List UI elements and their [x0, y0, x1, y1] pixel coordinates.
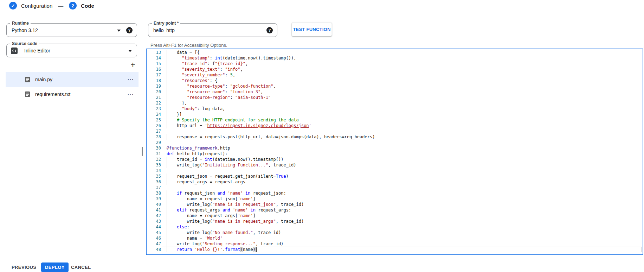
text-cursor	[256, 247, 257, 252]
code-line[interactable]: 16 "severity_text": "info",	[147, 67, 643, 72]
line-number: 30	[147, 145, 161, 151]
file-icon	[25, 91, 30, 97]
code-line[interactable]: 28 response = requests.post(http_url, da…	[147, 134, 643, 140]
code-line[interactable]: 35 request_json = request.get_json(silen…	[147, 173, 643, 179]
line-number: 28	[147, 134, 161, 140]
line-number: 35	[147, 173, 161, 179]
step-separator: —	[58, 3, 63, 9]
line-number: 46	[147, 235, 161, 241]
test-function-button[interactable]: TEST FUNCTION	[292, 23, 332, 36]
code-icon	[11, 48, 18, 54]
code-line[interactable]: 43 write_log("name is in request_args", …	[147, 219, 643, 224]
code-line[interactable]: 23 "body": log_data,	[147, 106, 643, 112]
code-line[interactable]: 29	[147, 140, 643, 145]
check-icon: ✓	[9, 2, 17, 10]
line-number: 38	[147, 190, 161, 196]
accessibility-hint: Press Alt+F1 for Accessibility Options.	[150, 43, 227, 48]
file-more-options-icon[interactable]: ⋯	[127, 93, 134, 96]
runtime-help-icon[interactable]: ?	[126, 27, 133, 33]
cancel-button[interactable]: CANCEL	[69, 262, 93, 272]
code-line[interactable]: 48 return 'Hello {}!'.format(name)	[147, 247, 643, 252]
line-number: 41	[147, 207, 161, 213]
code-line[interactable]: 41 elif request_args and 'name' in reque…	[147, 207, 643, 213]
wizard-stepper: ✓ Configuration — 2 Code	[9, 2, 94, 10]
line-number: 25	[147, 117, 161, 123]
code-line[interactable]: 40 write_log("name is in request_json", …	[147, 202, 643, 207]
entry-point-help-icon[interactable]: ?	[266, 27, 273, 33]
file-name: requirements.txt	[35, 91, 70, 97]
line-number: 23	[147, 106, 161, 112]
code-line[interactable]: 46 name = 'World'	[147, 235, 643, 241]
code-line[interactable]: 17 "severity_number": 5,	[147, 72, 643, 78]
step-2-badge: 2	[69, 2, 77, 10]
code-line[interactable]: 33 write_log("Initializing Function...",…	[147, 162, 643, 168]
code-line[interactable]: 30@functions_framework.http	[147, 145, 643, 151]
source-code-value: Inline Editor	[24, 44, 50, 57]
entry-point-field[interactable]: Entry point * hello_http ?	[148, 23, 277, 37]
previous-button[interactable]: PREVIOUS	[9, 262, 38, 272]
code-line[interactable]: 47 write_log("Sending response...", trac…	[147, 241, 643, 247]
line-number: 34	[147, 168, 161, 173]
code-line[interactable]: 13 data = [{	[147, 50, 643, 55]
step-configuration[interactable]: ✓ Configuration	[9, 2, 52, 10]
code-line[interactable]: 19 "resource-type": "gcloud-function",	[147, 83, 643, 89]
deploy-button[interactable]: DEPLOY	[41, 262, 69, 272]
code-line[interactable]: 25 # Specify the HTTP endpoint for sendi…	[147, 117, 643, 123]
entry-point-value: hello_http	[153, 24, 175, 37]
line-number: 29	[147, 140, 161, 145]
code-line[interactable]: 31def hello_http(request):	[147, 151, 643, 157]
line-number: 48	[147, 247, 161, 252]
line-number: 20	[147, 89, 161, 95]
file-icon	[25, 76, 30, 83]
code-line[interactable]: 22 },	[147, 100, 643, 106]
code-line[interactable]: 21 "resource-region": "asia-south-1"	[147, 95, 643, 100]
runtime-select[interactable]: Runtime Python 3.12 ?	[6, 23, 137, 37]
panel-splitter-handle[interactable]	[142, 147, 143, 156]
code-line[interactable]: 26 http_url = 'https://ingest.in.signoz.…	[147, 123, 643, 128]
step-configuration-label: Configuration	[21, 3, 52, 9]
code-line[interactable]: 18 "resources": {	[147, 78, 643, 83]
source-code-select[interactable]: Source code Inline Editor	[6, 44, 137, 57]
line-number: 16	[147, 67, 161, 72]
line-number: 42	[147, 213, 161, 219]
code-lines: 13 data = [{14 "timestamp": int(datetime…	[147, 49, 643, 252]
step-code-label: Code	[81, 3, 94, 9]
line-number: 40	[147, 202, 161, 207]
code-line[interactable]: 15 "trace_id": f"{trace_id}",	[147, 61, 643, 67]
code-line[interactable]: 36 request_args = request.args	[147, 179, 643, 185]
file-name: main.py	[35, 77, 52, 82]
line-number: 22	[147, 100, 161, 106]
code-line[interactable]: 42 name = request_args['name']	[147, 213, 643, 219]
file-more-options-icon[interactable]: ⋯	[127, 78, 134, 81]
step-code[interactable]: 2 Code	[69, 2, 94, 10]
line-number: 15	[147, 61, 161, 67]
file-row-requirements-txt[interactable]: requirements.txt ⋯	[6, 87, 139, 102]
code-line[interactable]: 32 trace_id = int(datetime.now().timesta…	[147, 157, 643, 162]
file-row-main-py[interactable]: main.py ⋯	[6, 72, 139, 87]
line-number: 31	[147, 151, 161, 157]
code-line[interactable]: 20 "resource-name": "function-3",	[147, 89, 643, 95]
line-number: 17	[147, 72, 161, 78]
add-file-button[interactable]: +	[129, 61, 137, 69]
line-number: 33	[147, 162, 161, 168]
code-line[interactable]: 38 if request_json and 'name' in request…	[147, 190, 643, 196]
line-number: 24	[147, 112, 161, 117]
code-line[interactable]: 27	[147, 128, 643, 134]
line-number: 37	[147, 185, 161, 190]
code-line[interactable]: 44 else:	[147, 224, 643, 230]
code-line[interactable]: 39 name = request_json['name']	[147, 196, 643, 202]
code-line[interactable]: 24 }]	[147, 112, 643, 117]
line-number: 36	[147, 179, 161, 185]
code-line[interactable]: 14 "timestamp": int(datetime.now().times…	[147, 55, 643, 61]
line-number: 44	[147, 224, 161, 230]
line-number: 14	[147, 55, 161, 61]
chevron-down-icon	[128, 50, 132, 52]
chevron-down-icon	[117, 30, 121, 32]
code-line[interactable]: 34	[147, 168, 643, 173]
code-line[interactable]: 45 write_log("No name found.", trace_id)	[147, 230, 643, 235]
line-number: 47	[147, 241, 161, 247]
line-number: 32	[147, 157, 161, 162]
code-line[interactable]: 37	[147, 185, 643, 190]
line-number: 13	[147, 50, 161, 55]
code-editor[interactable]: 13 data = [{14 "timestamp": int(datetime…	[146, 49, 643, 255]
